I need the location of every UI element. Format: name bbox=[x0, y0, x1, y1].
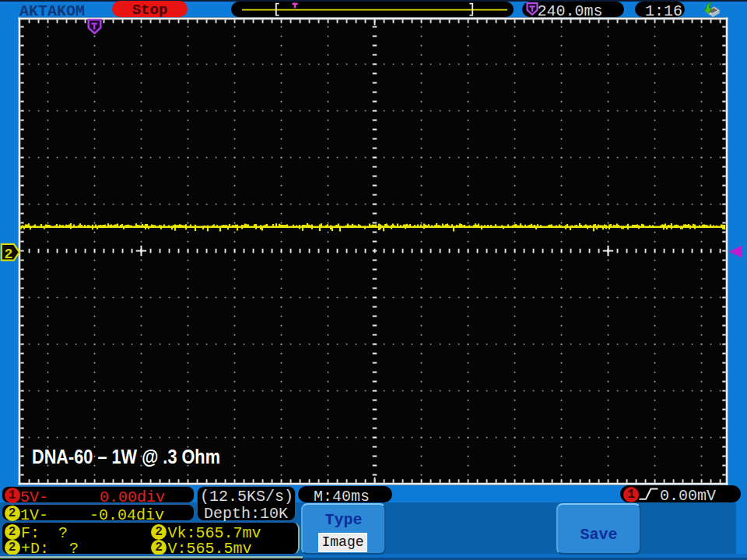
svg-text:2: 2 bbox=[5, 247, 13, 262]
